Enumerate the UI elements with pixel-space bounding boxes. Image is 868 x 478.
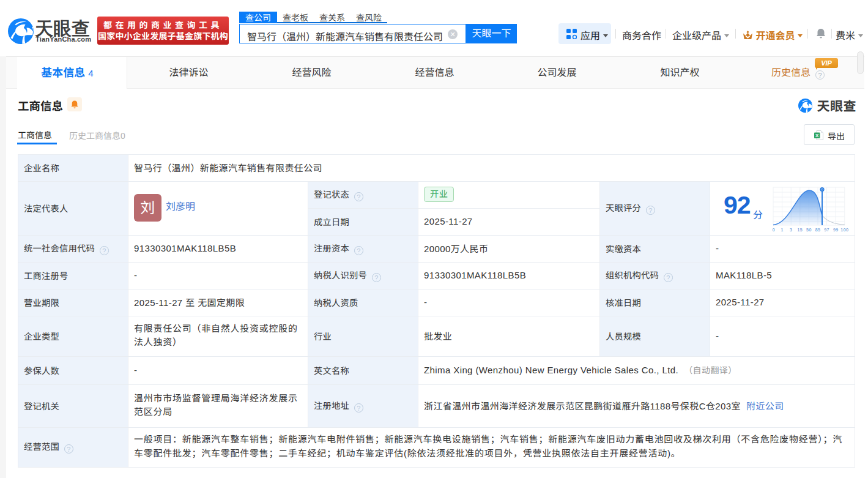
svg-text:15: 15 [798, 228, 803, 232]
svg-text:1: 1 [781, 228, 783, 232]
svg-text:50: 50 [806, 228, 812, 232]
svg-text:X: X [815, 133, 819, 138]
svg-text:85: 85 [815, 228, 821, 232]
svg-text:99: 99 [833, 228, 839, 232]
svg-text:100: 100 [840, 228, 848, 232]
svg-text:97: 97 [824, 228, 829, 232]
svg-text:3: 3 [790, 228, 792, 232]
svg-text:0: 0 [773, 228, 775, 232]
